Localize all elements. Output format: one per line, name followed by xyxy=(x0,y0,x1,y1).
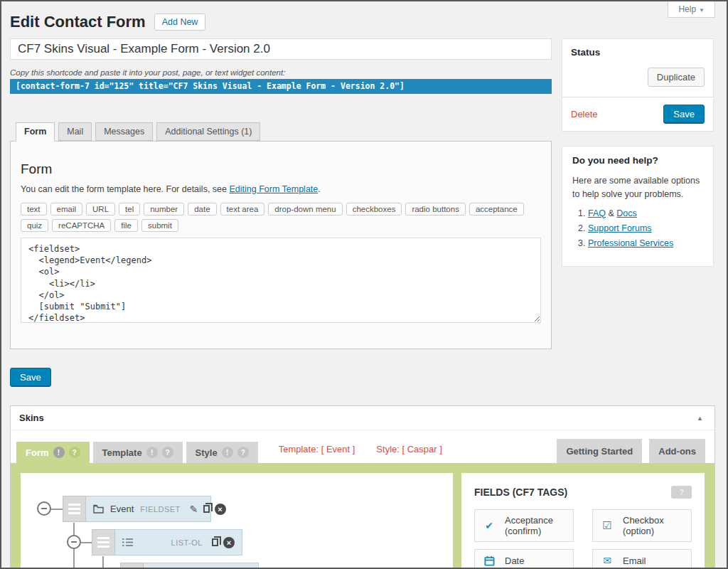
node-type: FIELDSET xyxy=(140,505,181,514)
node-label: Event xyxy=(110,504,134,514)
skins-tab-row: Form ! ? Template ! ? Style ! ? Template… xyxy=(11,430,714,463)
selected-style-label: Style: [ Caspar ] xyxy=(376,444,441,454)
help-label: Help xyxy=(678,4,696,14)
tag-button-text[interactable]: text xyxy=(21,203,47,216)
delete-icon[interactable] xyxy=(215,504,226,515)
status-box: Status Duplicate Delete Save xyxy=(562,38,714,132)
tab-form[interactable]: Form xyxy=(16,122,55,142)
tag-button-recaptcha[interactable]: reCAPTCHA xyxy=(52,219,111,232)
tag-button-tel[interactable]: tel xyxy=(119,203,140,216)
collapse-node-icon[interactable] xyxy=(67,535,81,549)
help-circle-icon[interactable]: ? xyxy=(237,447,249,458)
skins-tab-template-label: Template xyxy=(102,447,142,458)
page-title: Edit Contact Form xyxy=(10,13,146,31)
skins-tab-style[interactable]: Style ! ? xyxy=(186,442,258,463)
drag-handle[interactable] xyxy=(63,496,86,522)
description-period: . xyxy=(318,184,320,194)
skins-tab-form-label: Form xyxy=(26,447,49,458)
notice-icon[interactable]: ! xyxy=(146,447,158,458)
help-dropdown[interactable]: Help▼ xyxy=(668,1,715,18)
fields-grid: Acceptance (confirm) Checkbox (option) D… xyxy=(474,509,692,569)
delete-icon[interactable] xyxy=(223,537,235,548)
collapse-arrow-icon[interactable]: ▲ xyxy=(694,415,706,422)
need-help-intro: Here are some available options to help … xyxy=(572,174,703,201)
tag-button-quiz[interactable]: quiz xyxy=(21,219,48,232)
skins-tab-template[interactable]: Template ! ? xyxy=(93,442,183,463)
help-list-item: Support Forums xyxy=(588,223,703,233)
tag-button-number[interactable]: number xyxy=(144,203,184,216)
skins-title: Skins xyxy=(19,413,44,423)
page: Help▼ Edit Contact Form Add New Copy thi… xyxy=(0,0,728,569)
shortcode-hint: Copy this shortcode and paste it into yo… xyxy=(10,68,552,77)
addons-tab[interactable]: Add-ons xyxy=(649,439,705,463)
editing-form-template-link[interactable]: Editing Form Template xyxy=(229,184,318,194)
help-circle-icon[interactable]: ? xyxy=(69,447,80,458)
fields-panel-title: FIELDS (CF7 TAGS) xyxy=(474,486,567,498)
duplicate-icon[interactable] xyxy=(212,538,218,546)
tag-button-radio-buttons[interactable]: radio buttons xyxy=(405,203,466,216)
duplicate-button[interactable]: Duplicate xyxy=(648,68,705,87)
field-email[interactable]: Email xyxy=(592,549,692,569)
form-panel-heading: Form xyxy=(21,161,541,177)
tag-generator-row: text email URL tel number date text area… xyxy=(21,203,541,232)
tab-messages[interactable]: Messages xyxy=(95,122,153,141)
main-column: Copy this shortcode and paste it into yo… xyxy=(10,38,552,387)
tree-connector xyxy=(102,556,104,569)
field-label: Checkbox (option) xyxy=(623,515,683,536)
field-acceptance[interactable]: Acceptance (confirm) xyxy=(474,509,574,542)
checkbox-icon xyxy=(601,519,614,532)
tag-button-checkboxes[interactable]: checkboxes xyxy=(346,203,402,216)
docs-link[interactable]: Docs xyxy=(616,208,636,218)
folder-icon xyxy=(93,504,104,514)
current-selection: Template: [ Event ] Style: [ Caspar ] xyxy=(279,444,442,454)
add-new-button[interactable]: Add New xyxy=(154,14,206,31)
tag-button-file[interactable]: file xyxy=(114,219,138,232)
form-title-input[interactable] xyxy=(10,38,552,60)
help-circle-icon[interactable]: ? xyxy=(162,447,173,458)
tag-button-submit[interactable]: submit xyxy=(141,219,178,232)
getting-started-tab[interactable]: Getting Started xyxy=(557,439,642,463)
drag-handle[interactable] xyxy=(92,529,115,555)
form-template-textarea[interactable]: <fieldset> <legend>Event</legend> <ol> <… xyxy=(21,238,541,323)
tree-row-fieldset: Event FIELDSET xyxy=(63,496,211,522)
fields-panel: FIELDS (CF7 TAGS) ? Acceptance (confirm)… xyxy=(461,473,705,569)
field-checkbox[interactable]: Checkbox (option) xyxy=(592,509,692,542)
tab-additional-settings[interactable]: Additional Settings (1) xyxy=(156,122,260,141)
need-help-heading: Do you need help? xyxy=(572,155,703,166)
field-label: Acceptance (confirm) xyxy=(505,515,565,536)
tag-button-text-area[interactable]: text area xyxy=(220,203,265,216)
edit-icon[interactable] xyxy=(190,504,198,515)
tree-connector xyxy=(51,509,63,510)
delete-link[interactable]: Delete xyxy=(571,109,598,119)
save-button[interactable]: Save xyxy=(10,368,51,387)
editor-tabs: Form Mail Messages Additional Settings (… xyxy=(10,122,552,141)
fieldset-node[interactable]: Event FIELDSET xyxy=(86,496,211,522)
collapse-node-icon[interactable] xyxy=(37,501,51,516)
tag-button-acceptance[interactable]: acceptance xyxy=(469,203,524,216)
tree-connector xyxy=(81,542,92,543)
acceptance-icon xyxy=(483,520,496,531)
duplicate-icon[interactable] xyxy=(203,505,210,513)
node-type: LIST-OL xyxy=(171,538,203,547)
skins-tab-form[interactable]: Form ! ? xyxy=(16,442,90,463)
link-separator: & xyxy=(606,208,616,218)
tab-mail[interactable]: Mail xyxy=(58,122,92,141)
shortcode-value[interactable]: [contact-form-7 id="125" title="CF7 Skin… xyxy=(10,79,552,94)
field-date[interactable]: Date xyxy=(474,549,574,569)
faq-link[interactable]: FAQ xyxy=(588,208,606,218)
fields-help-button[interactable]: ? xyxy=(671,486,692,499)
tag-button-drop-down-menu[interactable]: drop-down menu xyxy=(268,203,342,216)
notice-icon[interactable]: ! xyxy=(53,447,65,458)
notice-icon[interactable]: ! xyxy=(222,447,233,458)
drag-handle[interactable] xyxy=(120,563,144,569)
tag-button-url[interactable]: URL xyxy=(86,203,115,216)
professional-services-link[interactable]: Professional Services xyxy=(588,238,673,248)
tag-button-email[interactable]: email xyxy=(50,203,82,216)
support-forums-link[interactable]: Support Forums xyxy=(588,223,652,233)
tag-button-date[interactable]: date xyxy=(188,203,216,216)
list-ol-node[interactable]: LIST-OL xyxy=(115,529,242,555)
ordered-list-icon xyxy=(122,538,133,547)
list-li-node[interactable]: LIST-LI xyxy=(144,563,259,569)
status-save-button[interactable]: Save xyxy=(663,105,705,124)
skins-header[interactable]: Skins ▲ xyxy=(11,406,714,430)
